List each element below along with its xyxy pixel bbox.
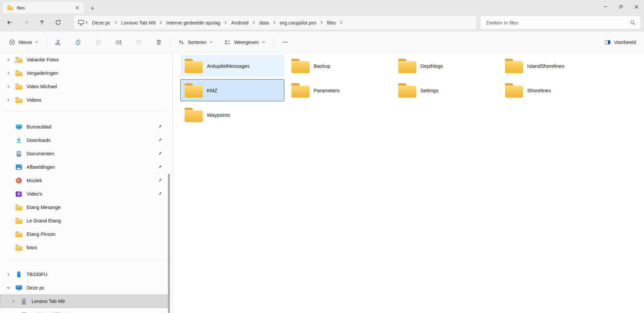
sidebar-item-bureaublad[interactable]: Bureaublad	[0, 120, 168, 134]
chevron-right-icon[interactable]	[6, 272, 11, 277]
sidebar-item-afbeeldingen[interactable]: Afbeeldingen	[0, 160, 168, 174]
sidebar-item-lenovo-tab-m9[interactable]: Lenovo Tab M9	[0, 295, 168, 308]
svg-text:♪: ♪	[18, 178, 20, 182]
cut-button[interactable]	[51, 36, 65, 49]
toolbar-separator	[170, 38, 171, 47]
sidebar-item-deze-pc[interactable]: Deze pc	[0, 281, 168, 295]
chevron-right-icon[interactable]	[6, 57, 11, 62]
folder-tile-settings[interactable]: Settings	[394, 79, 498, 101]
refresh-button[interactable]	[52, 17, 64, 28]
sidebar-item-vakantie-fotos[interactable]: Vakantie Fotos	[0, 53, 168, 66]
tab-files[interactable]: files	[3, 2, 84, 13]
breadcrumb: Deze pc Lenovo Tab M9 Interne gedeelde o…	[74, 16, 476, 29]
this-pc-icon	[15, 284, 23, 292]
folder-icon	[15, 69, 23, 77]
view-button[interactable]: Weergeven	[221, 36, 269, 49]
paste-icon	[95, 39, 102, 46]
arrow-left-icon	[6, 19, 13, 26]
up-button[interactable]	[36, 17, 48, 28]
preview-button[interactable]: Voorbeeld	[601, 36, 639, 49]
folder-tile-shorelines[interactable]: Shorelines	[501, 79, 605, 101]
folder-tile-parameters[interactable]: Parameters	[287, 79, 391, 101]
sidebar-item-videos-tree[interactable]: Videos	[0, 93, 168, 107]
folder-tile-ardupilotmessages[interactable]: ArdupilotMessages	[180, 55, 284, 77]
back-button[interactable]	[4, 17, 15, 28]
minimize-button[interactable]	[598, 0, 613, 13]
breadcrumb-item[interactable]: Deze pc	[89, 18, 113, 27]
tab-close-button[interactable]	[73, 4, 81, 12]
breadcrumb-chevron-icon	[251, 20, 256, 24]
plus-icon	[90, 6, 95, 10]
arrow-right-icon	[22, 19, 29, 26]
new-tab-button[interactable]	[88, 4, 97, 12]
folder-grid: ArdupilotMessages Backup Depthlogs Islan…	[173, 53, 644, 126]
breadcrumb-item[interactable]: Android	[228, 18, 251, 27]
new-button[interactable]: Nieuw	[5, 36, 42, 49]
copy-icon	[75, 39, 82, 46]
chevron-down-icon[interactable]	[6, 285, 11, 290]
pin-icon	[157, 178, 162, 183]
sort-button[interactable]: Sorteren	[175, 36, 216, 49]
sidebar-item-documenten[interactable]: Documenten	[0, 147, 168, 160]
sidebar-item-vergaderingen[interactable]: Vergaderingen	[0, 66, 168, 80]
folder-icon	[291, 59, 310, 73]
share-icon	[135, 39, 142, 46]
chevron-down-icon	[210, 41, 213, 43]
more-button[interactable]	[278, 36, 292, 49]
toolbar-separator	[273, 38, 274, 47]
sidebar-item-lokale-schijf[interactable]: Lokale schijf (C:)	[0, 308, 168, 313]
breadcrumb-chevron-icon	[84, 20, 89, 24]
breadcrumb-item[interactable]: Lenovo Tab M9	[118, 18, 158, 27]
delete-button[interactable]	[152, 36, 166, 49]
folder-tile-kmz[interactable]: KMZ	[180, 79, 284, 101]
close-button[interactable]	[629, 0, 644, 13]
chevron-right-icon[interactable]	[6, 84, 11, 89]
sidebar-item-muziek[interactable]: ♪ Muziek	[0, 174, 168, 187]
folder-icon	[185, 108, 203, 122]
search-input[interactable]	[486, 20, 630, 25]
breadcrumb-chevron-icon	[223, 20, 228, 24]
copy-button[interactable]	[72, 36, 85, 49]
folder-icon	[398, 59, 416, 73]
navigation-bar: Deze pc Lenovo Tab M9 Interne gedeelde o…	[0, 13, 644, 32]
close-icon	[75, 6, 79, 10]
toolbar-separator	[46, 38, 47, 47]
sidebar-item-etang-pinson[interactable]: Etang Pinson	[0, 227, 168, 241]
breadcrumb-chevron-icon	[158, 20, 163, 24]
sidebar-scrollbar[interactable]	[168, 174, 170, 313]
folder-icon	[15, 230, 23, 238]
breadcrumb-chevron-icon	[272, 20, 277, 24]
sidebar-item-etang-mesange[interactable]: Etang Mesange	[0, 201, 168, 214]
folder-icon	[15, 244, 23, 251]
folder-tile-backup[interactable]: Backup	[287, 55, 391, 77]
chevron-right-icon[interactable]	[6, 71, 11, 75]
sidebar-item-le-grand-etang[interactable]: Le Grand Etang	[0, 214, 168, 227]
folder-tile-waypoints[interactable]: Waypoints	[180, 104, 284, 126]
chevron-right-icon[interactable]	[6, 98, 11, 102]
sidebar-item-video-michael[interactable]: Video Michael	[0, 80, 168, 93]
phone-icon	[15, 271, 23, 278]
downloads-icon	[15, 137, 23, 144]
sidebar-item-downloads[interactable]: Downloads	[0, 134, 168, 147]
folder-icon	[15, 96, 23, 104]
paste-button[interactable]	[92, 36, 105, 49]
breadcrumb-item[interactable]: Interne gedeelde opslag	[163, 18, 223, 27]
share-button[interactable]	[132, 36, 145, 49]
breadcrumb-item[interactable]: data	[256, 18, 272, 27]
folder-tile-depthlogs[interactable]: Depthlogs	[394, 55, 498, 77]
search-box	[480, 16, 641, 29]
sidebar-item-fotos[interactable]: fotos	[0, 241, 168, 254]
restore-button[interactable]	[613, 0, 629, 13]
navigation-pane: Vakantie Fotos Vergaderingen Video Micha…	[0, 53, 173, 313]
forward-button[interactable]	[20, 17, 32, 28]
breadcrumb-chevron-icon	[339, 20, 343, 24]
breadcrumb-item[interactable]: files	[324, 18, 339, 27]
breadcrumb-item[interactable]: org.carppilot.pro	[277, 18, 319, 27]
sidebar-item-videos[interactable]: Video's	[0, 187, 168, 201]
folder-tile-islandshorelines[interactable]: IslandShorelines	[501, 55, 605, 77]
rename-button[interactable]: A	[112, 36, 125, 49]
window-controls	[598, 0, 644, 13]
sidebar-item-tb330fu[interactable]: TB330FU	[0, 268, 168, 281]
chevron-right-icon[interactable]	[11, 299, 16, 304]
folder-icon	[398, 83, 416, 98]
